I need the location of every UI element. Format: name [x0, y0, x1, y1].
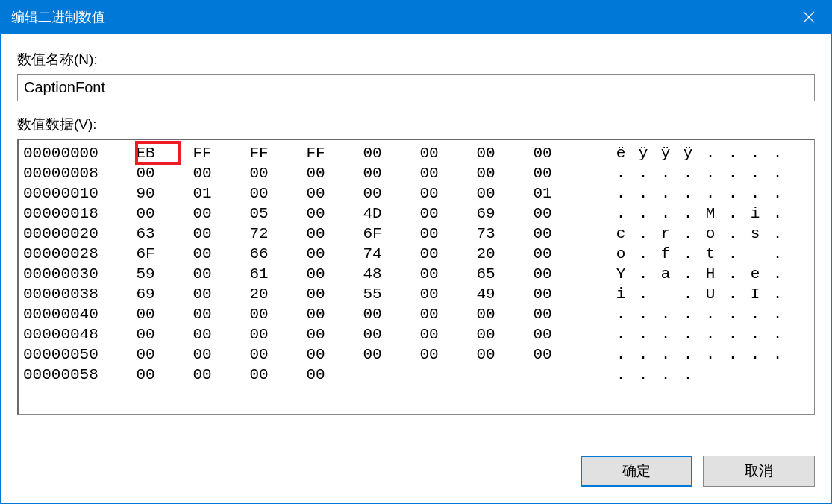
hex-byte[interactable]: 00 [287, 365, 344, 385]
hex-byte[interactable]: 00 [344, 183, 401, 204]
close-button[interactable] [786, 1, 831, 34]
hex-row[interactable]: 0000005800000000.... [23, 365, 810, 385]
hex-byte[interactable]: 00 [117, 344, 174, 365]
hex-byte[interactable]: 00 [514, 324, 571, 344]
hex-ascii-char[interactable]: M [699, 204, 722, 224]
hex-row[interactable]: 00000020630072006F007300c.r.o.s. [23, 224, 810, 244]
hex-byte[interactable]: 00 [344, 163, 401, 183]
hex-ascii-char[interactable]: . [722, 304, 744, 324]
hex-ascii-char[interactable]: . [766, 344, 789, 365]
hex-byte[interactable]: 00 [514, 143, 571, 163]
hex-ascii-char[interactable]: f [654, 244, 677, 264]
hex-byte[interactable]: 00 [514, 244, 571, 264]
hex-byte[interactable]: 00 [514, 284, 571, 304]
hex-byte[interactable]: 00 [287, 163, 344, 183]
hex-byte[interactable]: 00 [457, 304, 514, 324]
hex-ascii-char[interactable]: . [699, 183, 722, 204]
hex-byte[interactable]: 00 [117, 324, 174, 344]
hex-ascii-char[interactable]: . [632, 183, 654, 204]
hex-ascii-char[interactable]: o [610, 244, 632, 264]
hex-row[interactable]: 00000000EBFFFFFF00000000ëÿÿÿ.... [23, 143, 810, 163]
hex-ascii-char[interactable]: . [654, 204, 677, 224]
hex-ascii-char[interactable]: ë [610, 143, 632, 163]
hex-ascii-char[interactable]: . [610, 304, 632, 324]
hex-byte[interactable]: 00 [231, 183, 287, 204]
hex-ascii-char[interactable]: . [744, 163, 766, 183]
hex-byte[interactable]: 73 [457, 224, 514, 244]
hex-byte[interactable]: 00 [514, 304, 571, 324]
hex-ascii-char[interactable]: o [699, 224, 722, 244]
hex-byte[interactable]: 69 [117, 284, 174, 304]
hex-byte[interactable]: 00 [344, 143, 401, 163]
hex-byte[interactable]: 00 [231, 365, 287, 385]
hex-byte[interactable]: 00 [174, 204, 231, 224]
hex-byte[interactable]: 00 [514, 204, 571, 224]
hex-byte[interactable]: 66 [231, 244, 287, 264]
hex-byte[interactable]: 00 [231, 324, 287, 344]
hex-row[interactable]: 000000500000000000000000........ [23, 344, 810, 365]
hex-byte[interactable]: 4D [344, 204, 401, 224]
hex-byte[interactable]: 00 [457, 183, 514, 204]
hex-ascii-char[interactable]: . [766, 284, 789, 304]
hex-ascii-char[interactable]: . [766, 183, 789, 204]
hex-ascii-char[interactable]: . [722, 224, 744, 244]
hex-byte[interactable]: 00 [174, 284, 231, 304]
hex-byte[interactable]: 00 [401, 204, 457, 224]
hex-byte[interactable]: 00 [117, 304, 174, 324]
cancel-button[interactable]: 取消 [703, 456, 815, 487]
hex-ascii-char[interactable]: e [744, 264, 766, 284]
hex-ascii-char[interactable]: . [632, 365, 654, 385]
hex-byte[interactable]: 00 [457, 163, 514, 183]
hex-byte[interactable]: 00 [401, 183, 457, 204]
hex-byte[interactable]: 00 [117, 163, 174, 183]
hex-byte[interactable]: 00 [287, 204, 344, 224]
hex-byte[interactable]: 00 [174, 224, 231, 244]
hex-byte[interactable]: 00 [287, 264, 344, 284]
hex-row[interactable]: 000000080000000000000000........ [23, 163, 810, 183]
hex-byte[interactable]: 00 [401, 344, 457, 365]
hex-byte[interactable]: 00 [174, 365, 231, 385]
hex-row[interactable]: 000000386900200055004900i. .U.I. [23, 284, 810, 304]
hex-ascii-char[interactable]: . [722, 163, 744, 183]
hex-byte[interactable]: 00 [287, 224, 344, 244]
hex-ascii-char[interactable]: . [677, 284, 699, 304]
hex-byte[interactable]: 00 [514, 163, 571, 183]
hex-row[interactable]: 000000400000000000000000........ [23, 304, 810, 324]
hex-ascii-char[interactable]: . [766, 324, 789, 344]
hex-ascii-char[interactable]: . [677, 163, 699, 183]
hex-ascii-char[interactable]: . [632, 304, 654, 324]
hex-byte[interactable]: 00 [401, 163, 457, 183]
hex-byte[interactable]: 05 [231, 204, 287, 224]
hex-ascii-char[interactable]: . [766, 163, 789, 183]
hex-ascii-char[interactable]: s [744, 224, 766, 244]
hex-ascii-char[interactable]: . [744, 324, 766, 344]
hex-ascii-char[interactable]: t [699, 244, 722, 264]
hex-ascii-char[interactable]: . [722, 284, 744, 304]
hex-ascii-char[interactable]: . [632, 163, 654, 183]
hex-ascii-char[interactable]: . [722, 183, 744, 204]
value-name-input[interactable] [17, 74, 815, 101]
hex-ascii-char[interactable]: r [654, 224, 677, 244]
hex-byte[interactable]: 00 [401, 244, 457, 264]
hex-ascii-char[interactable]: . [722, 324, 744, 344]
hex-ascii-char[interactable]: ÿ [677, 143, 699, 163]
hex-ascii-char[interactable]: . [766, 143, 789, 163]
hex-ascii-char[interactable]: . [722, 264, 744, 284]
hex-byte[interactable]: 65 [457, 264, 514, 284]
hex-byte[interactable]: 20 [231, 284, 287, 304]
hex-ascii-char[interactable]: . [610, 204, 632, 224]
hex-byte[interactable]: 6F [117, 244, 174, 264]
hex-ascii-char[interactable]: . [677, 264, 699, 284]
hex-byte[interactable]: 00 [174, 344, 231, 365]
hex-byte[interactable]: 00 [514, 264, 571, 284]
hex-ascii-char[interactable]: . [677, 365, 699, 385]
hex-editor[interactable]: 00000000EBFFFFFF00000000ëÿÿÿ....00000008… [17, 139, 815, 415]
hex-byte[interactable]: 6F [344, 224, 401, 244]
hex-ascii-char[interactable] [654, 284, 677, 304]
hex-byte[interactable]: 00 [287, 284, 344, 304]
hex-byte[interactable]: 90 [117, 183, 174, 204]
hex-ascii-char[interactable]: . [610, 183, 632, 204]
hex-ascii-char[interactable]: . [610, 163, 632, 183]
hex-ascii-char[interactable]: . [722, 204, 744, 224]
hex-byte[interactable]: 55 [344, 284, 401, 304]
